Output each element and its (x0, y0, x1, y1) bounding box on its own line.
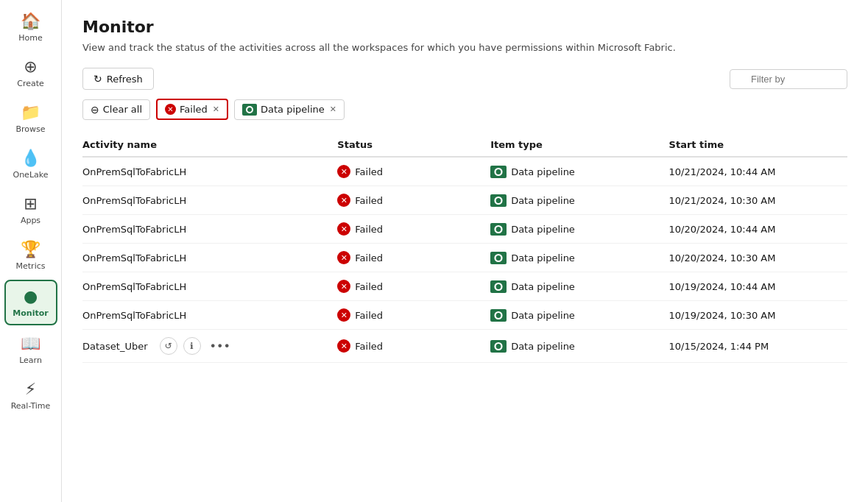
sidebar-item-apps[interactable]: ⊞ Apps (4, 188, 57, 231)
start-time: 10/15/2024, 1:44 PM (669, 341, 847, 352)
browse-icon: 📁 (21, 103, 40, 121)
sidebar-label-monitor: Monitor (13, 308, 48, 318)
learn-icon: 📖 (21, 334, 40, 353)
table-body: OnPremSqlToFabricLH ✕ Failed Data pipeli… (82, 158, 847, 363)
clear-all-chip[interactable]: ⊖ Clear all (82, 99, 150, 120)
status-label: Failed (355, 252, 383, 264)
clear-all-icon: ⊖ (91, 104, 99, 116)
row-more-button[interactable]: ••• (207, 338, 233, 355)
start-time: 10/19/2024, 10:30 AM (669, 310, 847, 321)
failed-filter-chip[interactable]: ✕ Failed ✕ (156, 99, 228, 120)
page-title: Monitor (82, 18, 847, 36)
status-failed-icon: ✕ (337, 308, 350, 322)
data-pipeline-icon (490, 309, 507, 322)
data-pipeline-icon (490, 223, 507, 236)
main-content: Monitor View and track the status of the… (62, 0, 868, 502)
realtime-icon: ⚡ (25, 380, 36, 398)
toolbar: ↻ Refresh 🔍 (82, 68, 847, 90)
activity-name-cell: OnPremSqlToFabricLH (82, 195, 337, 206)
start-time: 10/19/2024, 10:44 AM (669, 281, 847, 292)
sidebar-item-onelake[interactable]: 💧 OneLake (4, 143, 57, 185)
item-type-cell: Data pipeline (490, 252, 668, 264)
sidebar-label-realtime: Real-Time (11, 401, 51, 411)
refresh-button[interactable]: ↻ Refresh (82, 68, 154, 90)
item-type-label: Data pipeline (511, 224, 575, 235)
sidebar-item-home[interactable]: 🏠 Home (4, 6, 57, 49)
status-cell: ✕ Failed (337, 165, 490, 178)
status-failed-icon: ✕ (337, 251, 350, 264)
sidebar: 🏠 Home ⊕ Create 📁 Browse 💧 OneLake ⊞ App… (0, 0, 62, 502)
row-rerun-button[interactable]: ↺ (160, 337, 177, 355)
row-actions: ↺ ℹ ••• (160, 337, 233, 355)
item-type-cell: Data pipeline (490, 280, 668, 293)
status-label: Failed (355, 166, 383, 177)
apps-icon: ⊞ (24, 194, 37, 213)
item-type-cell: Data pipeline (490, 309, 668, 322)
filter-search-wrap: 🔍 (730, 69, 847, 89)
failed-chip-icon: ✕ (165, 104, 176, 115)
sidebar-item-browse[interactable]: 📁 Browse (4, 97, 57, 140)
table-row: OnPremSqlToFabricLH ✕ Failed Data pipeli… (82, 215, 847, 244)
activity-name: OnPremSqlToFabricLH (82, 252, 186, 264)
filter-search-input[interactable] (730, 69, 847, 89)
svg-rect-2 (490, 166, 507, 178)
table-row: OnPremSqlToFabricLH ✕ Failed Data pipeli… (82, 272, 847, 301)
data-pipeline-icon (490, 252, 507, 264)
table-row: Dataset_Uber ↺ ℹ ••• ✕ Failed Data pipel… (82, 330, 847, 363)
status-cell: ✕ Failed (337, 251, 490, 264)
status-label: Failed (355, 195, 383, 206)
status-label: Failed (355, 281, 383, 292)
filter-bar: ⊖ Clear all ✕ Failed ✕ Data pipeline ✕ (82, 99, 847, 120)
activity-name: OnPremSqlToFabricLH (82, 310, 186, 321)
data-pipeline-chip-label: Data pipeline (261, 104, 325, 115)
page-subtitle: View and track the status of the activit… (82, 42, 847, 53)
sidebar-label-home: Home (18, 33, 42, 43)
sidebar-item-metrics[interactable]: 🏆 Metrics (4, 234, 57, 277)
svg-rect-4 (490, 194, 507, 207)
sidebar-label-onelake: OneLake (13, 170, 48, 180)
data-pipeline-icon (490, 340, 507, 353)
activity-name-cell: OnPremSqlToFabricLH (82, 224, 337, 235)
monitor-icon: ● (24, 287, 38, 305)
svg-rect-0 (242, 104, 257, 116)
col-activity-name: Activity name (82, 139, 337, 150)
activity-name-cell: OnPremSqlToFabricLH (82, 281, 337, 292)
status-failed-icon: ✕ (337, 222, 350, 236)
data-pipeline-chip-close[interactable]: ✕ (330, 105, 336, 114)
row-info-button[interactable]: ℹ (183, 337, 201, 355)
data-pipeline-icon (490, 166, 507, 178)
onelake-icon: 💧 (21, 149, 40, 167)
sidebar-label-learn: Learn (19, 356, 42, 365)
status-label: Failed (355, 310, 383, 321)
activity-name-cell: OnPremSqlToFabricLH (82, 252, 337, 264)
item-type-cell: Data pipeline (490, 223, 668, 236)
sidebar-item-realtime[interactable]: ⚡ Real-Time (4, 374, 57, 417)
col-item-type: Item type (490, 139, 668, 150)
status-cell: ✕ Failed (337, 339, 490, 353)
sidebar-item-learn[interactable]: 📖 Learn (4, 328, 57, 371)
status-failed-icon: ✕ (337, 339, 350, 353)
status-failed-icon: ✕ (337, 194, 350, 207)
item-type-label: Data pipeline (511, 341, 575, 352)
activity-name: OnPremSqlToFabricLH (82, 166, 186, 177)
activity-name-cell: OnPremSqlToFabricLH (82, 166, 337, 177)
table-row: OnPremSqlToFabricLH ✕ Failed Data pipeli… (82, 158, 847, 186)
status-cell: ✕ Failed (337, 308, 490, 322)
activity-name: OnPremSqlToFabricLH (82, 224, 186, 235)
sidebar-item-create[interactable]: ⊕ Create (4, 52, 57, 94)
data-pipeline-filter-chip[interactable]: Data pipeline ✕ (234, 99, 345, 120)
sidebar-item-monitor[interactable]: ● Monitor (4, 280, 57, 325)
status-label: Failed (355, 224, 383, 235)
svg-rect-12 (490, 309, 507, 322)
sidebar-label-create: Create (17, 79, 44, 88)
create-icon: ⊕ (24, 57, 37, 76)
start-time: 10/21/2024, 10:30 AM (669, 195, 847, 206)
sidebar-label-metrics: Metrics (16, 261, 46, 271)
failed-chip-close[interactable]: ✕ (213, 105, 219, 114)
metrics-icon: 🏆 (21, 240, 40, 258)
svg-rect-6 (490, 223, 507, 236)
svg-rect-14 (490, 340, 507, 353)
item-type-label: Data pipeline (511, 166, 575, 177)
data-pipeline-chip-icon (242, 104, 257, 116)
svg-rect-10 (490, 280, 507, 293)
